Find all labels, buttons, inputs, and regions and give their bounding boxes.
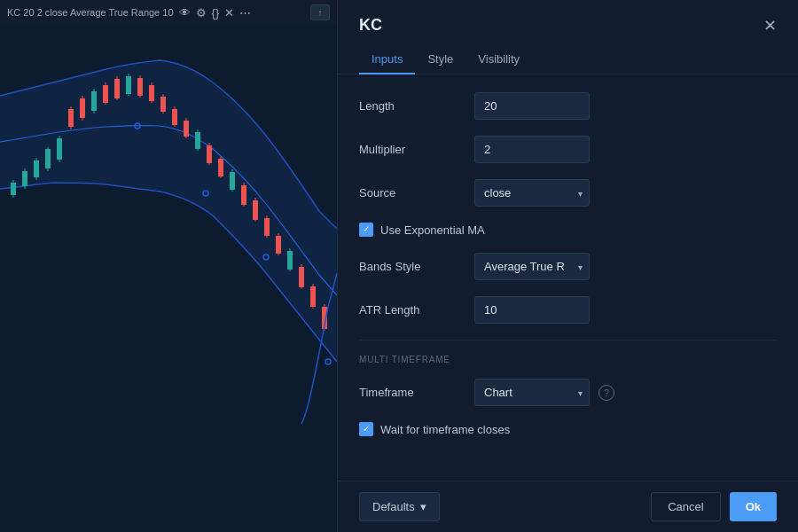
svg-rect-18 xyxy=(103,85,108,103)
dialog-title: KC xyxy=(359,16,382,35)
dialog-footer: Defaults ▾ Cancel Ok xyxy=(338,481,798,532)
svg-rect-54 xyxy=(310,286,316,307)
source-select-wrapper: close open high low hl2 hlc3 ohlc4 ▾ xyxy=(474,179,590,207)
tab-inputs[interactable]: Inputs xyxy=(359,45,415,74)
dialog-body: Length Multiplier Source close open high… xyxy=(338,74,798,481)
source-row: Source close open high low hl2 hlc3 ohlc… xyxy=(359,179,777,207)
svg-rect-46 xyxy=(264,218,270,236)
svg-rect-36 xyxy=(207,145,212,163)
checkbox-checked-icon: ✓ xyxy=(359,223,373,237)
svg-rect-24 xyxy=(137,78,143,96)
svg-rect-4 xyxy=(22,171,27,186)
svg-rect-44 xyxy=(253,200,258,220)
svg-rect-30 xyxy=(172,109,177,125)
use-exp-ma-row: ✓ Use Exponential MA xyxy=(359,223,777,237)
atr-length-row: ATR Length xyxy=(359,296,777,324)
ok-button[interactable]: Ok xyxy=(730,492,777,521)
svg-rect-20 xyxy=(114,79,120,98)
svg-rect-14 xyxy=(80,98,85,118)
svg-rect-42 xyxy=(241,185,246,205)
svg-rect-2 xyxy=(11,183,16,195)
timeframe-label: Timeframe xyxy=(359,386,466,399)
wait-checkbox-checked-icon: ✓ xyxy=(359,422,373,436)
multiplier-input[interactable] xyxy=(474,136,590,163)
settings-icon[interactable]: ⚙ xyxy=(196,6,207,20)
cancel-button[interactable]: Cancel xyxy=(651,492,720,521)
tab-style[interactable]: Style xyxy=(415,45,466,74)
length-row: Length xyxy=(359,92,777,120)
multiplier-label: Multiplier xyxy=(359,143,466,156)
wait-timeframe-checkbox[interactable]: ✓ Wait for timeframe closes xyxy=(359,422,510,436)
svg-rect-12 xyxy=(68,109,74,127)
timeframe-select[interactable]: Chart 1m 5m 15m 1H 4H 1D xyxy=(474,379,590,406)
svg-rect-6 xyxy=(34,160,39,177)
wait-timeframe-label: Wait for timeframe closes xyxy=(380,423,510,436)
bands-style-select[interactable]: Average True Range True Range Range xyxy=(474,253,590,280)
svg-rect-50 xyxy=(287,251,293,270)
up-button[interactable]: ↑ xyxy=(310,4,330,20)
svg-rect-52 xyxy=(299,267,304,287)
wait-timeframe-row: ✓ Wait for timeframe closes xyxy=(359,422,777,436)
eye-icon[interactable]: 👁 xyxy=(179,6,191,20)
use-exp-ma-label: Use Exponential MA xyxy=(380,223,485,237)
length-label: Length xyxy=(359,99,466,113)
close-indicator-icon[interactable]: ✕ xyxy=(224,6,234,20)
timeframe-select-wrapper: Chart 1m 5m 15m 1H 4H 1D ▾ xyxy=(474,379,590,406)
timeframe-row: Timeframe Chart 1m 5m 15m 1H 4H 1D ▾ ? xyxy=(359,379,777,406)
chart-svg xyxy=(0,25,337,532)
multi-timeframe-section-label: MULTI TIMEFRAME xyxy=(359,355,777,364)
help-icon[interactable]: ? xyxy=(598,385,614,401)
atr-length-label: ATR Length xyxy=(359,303,466,317)
close-button[interactable]: ✕ xyxy=(763,18,777,34)
length-input[interactable] xyxy=(474,92,590,120)
svg-rect-48 xyxy=(276,236,281,254)
chart-toolbar: KC 20 2 close Average True Range 10 👁 ⚙ … xyxy=(0,0,337,25)
svg-rect-40 xyxy=(230,172,235,190)
kc-dialog: KC ✕ Inputs Style Visibility Length Mult… xyxy=(337,0,798,532)
indicator-label: KC 20 2 close Average True Range 10 xyxy=(7,7,174,18)
code-icon[interactable]: {} xyxy=(212,6,220,20)
use-exp-ma-checkbox[interactable]: ✓ Use Exponential MA xyxy=(359,223,485,237)
svg-rect-32 xyxy=(184,121,189,137)
tab-bar: Inputs Style Visibility xyxy=(338,35,798,74)
svg-rect-22 xyxy=(126,76,131,94)
defaults-label: Defaults xyxy=(372,500,415,513)
divider xyxy=(359,340,777,340)
svg-rect-28 xyxy=(160,97,166,112)
bands-style-label: Bands Style xyxy=(359,260,466,273)
svg-rect-26 xyxy=(149,85,154,101)
action-buttons: Cancel Ok xyxy=(651,492,777,521)
chart-area: KC 20 2 close Average True Range 10 👁 ⚙ … xyxy=(0,0,337,532)
svg-rect-10 xyxy=(57,138,62,160)
svg-rect-8 xyxy=(45,149,51,168)
svg-rect-38 xyxy=(218,159,223,176)
atr-length-input[interactable] xyxy=(474,296,590,324)
bands-style-select-wrapper: Average True Range True Range Range ▾ xyxy=(474,253,590,280)
source-label: Source xyxy=(359,186,466,200)
bands-style-row: Bands Style Average True Range True Rang… xyxy=(359,253,777,280)
dialog-header: KC ✕ xyxy=(338,0,798,35)
svg-rect-16 xyxy=(91,91,97,111)
svg-rect-34 xyxy=(195,132,200,149)
defaults-button[interactable]: Defaults ▾ xyxy=(359,492,440,521)
tab-visibility[interactable]: Visibility xyxy=(466,45,532,74)
defaults-arrow-icon: ▾ xyxy=(420,500,426,513)
source-select[interactable]: close open high low hl2 hlc3 ohlc4 xyxy=(474,179,590,207)
more-icon[interactable]: ⋯ xyxy=(239,6,251,20)
multiplier-row: Multiplier xyxy=(359,136,777,163)
